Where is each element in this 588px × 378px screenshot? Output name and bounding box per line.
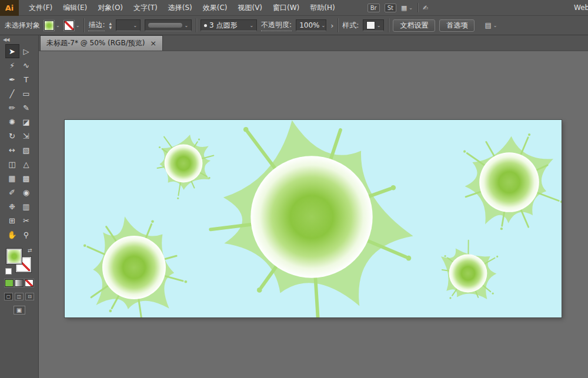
menu-edit[interactable]: 编辑(E) xyxy=(58,0,92,16)
blend-tool[interactable]: ◉ xyxy=(19,185,34,199)
stroke-weight-stepper[interactable]: ▲ ▼ xyxy=(109,22,112,29)
eraser-tool[interactable]: ◪ xyxy=(19,115,34,129)
control-bar: 未选择对象 ⌄ ⌄ 描边: ▲ ▼ ⌄ ⌄ 3 点圆形 ⌄ 不透明度: xyxy=(0,16,588,35)
artboard[interactable] xyxy=(65,120,562,317)
menu-type[interactable]: 文字(T) xyxy=(128,0,163,16)
width-profile-select[interactable]: ⌄ xyxy=(145,19,192,31)
shape-builder-tool[interactable]: ◫ xyxy=(5,157,19,171)
chevron-down-icon: ⌄ xyxy=(56,23,60,28)
slice-tool[interactable]: ✂ xyxy=(19,213,34,228)
workspace-switcher-button[interactable]: ▦ ⌄ xyxy=(401,4,413,12)
mesh-tool[interactable]: ▦ xyxy=(5,171,19,185)
swap-fill-stroke-icon[interactable]: ⇄ xyxy=(28,247,32,253)
menu-view[interactable]: 视图(V) xyxy=(232,0,268,16)
bridge-button[interactable]: Br xyxy=(368,4,380,12)
lasso-tool[interactable]: ∿ xyxy=(19,58,34,72)
virus-shape[interactable] xyxy=(158,135,214,199)
blob-brush-tool[interactable]: ✺ xyxy=(5,115,19,129)
app-logo: Ai xyxy=(0,0,19,16)
collapse-panel-button[interactable]: ◀◀ xyxy=(0,35,38,44)
illustrator-window: Ai 文件(F)编辑(E)对象(O)文字(T)选择(S)效果(C)视图(V)窗口… xyxy=(0,0,588,378)
scale-tool[interactable]: ⇲ xyxy=(19,129,34,143)
document-setup-button[interactable]: 文档设置 xyxy=(393,19,435,32)
menu-effect[interactable]: 效果(C) xyxy=(198,0,233,16)
draw-inside-button[interactable]: ⊡ xyxy=(25,293,34,300)
opacity-input[interactable]: 100% ⌄ xyxy=(296,19,326,31)
fill-indicator[interactable] xyxy=(6,249,22,264)
opacity-label[interactable]: 不透明度: xyxy=(261,20,292,31)
brush-value: 3 点圆形 xyxy=(209,21,245,31)
artwork-canvas[interactable] xyxy=(65,120,562,317)
opacity-panel-expander[interactable]: › xyxy=(330,21,333,30)
main-menu: 文件(F)编辑(E)对象(O)文字(T)选择(S)效果(C)视图(V)窗口(W)… xyxy=(24,0,340,16)
chevron-down-icon: ⌄ xyxy=(409,5,413,11)
document-tabbar: 未标题-7* @ 50% (RGB/预览) × xyxy=(39,35,588,51)
pencil-tool[interactable]: ✎ xyxy=(19,101,34,115)
pen-tool[interactable]: ✒ xyxy=(5,72,19,86)
perspective-grid-tool[interactable]: △ xyxy=(19,157,34,171)
stroke-weight-label[interactable]: 描边: xyxy=(88,20,105,31)
eyedropper-tool[interactable]: ✐ xyxy=(5,185,19,199)
style-select[interactable]: ⌄ xyxy=(363,19,384,31)
panel-menu-icon: ▤ xyxy=(485,21,491,29)
hand-tool[interactable]: ✋ xyxy=(5,228,19,242)
canvas-column: 未标题-7* @ 50% (RGB/预览) × xyxy=(39,35,588,378)
column-graph-tool[interactable]: ▥ xyxy=(19,199,34,213)
stroke-color-picker[interactable]: ⌄ xyxy=(64,21,80,31)
virus-shape[interactable] xyxy=(83,216,187,317)
menu-window[interactable]: 窗口(W) xyxy=(268,0,305,16)
default-fill-stroke-icon[interactable] xyxy=(5,268,12,275)
gradient-tool[interactable]: ▩ xyxy=(19,171,34,185)
none-button[interactable] xyxy=(25,279,34,287)
divider xyxy=(417,3,418,12)
rotate-tool[interactable]: ↻ xyxy=(5,129,19,143)
chevron-down-icon: ⌄ xyxy=(184,23,188,28)
artboard-tool[interactable]: ⊞ xyxy=(5,213,19,228)
screen-mode-button[interactable]: ▣ xyxy=(14,306,25,315)
share-icon[interactable]: ✍ xyxy=(423,4,428,12)
menu-object[interactable]: 对象(O) xyxy=(92,0,128,16)
gradient-button[interactable] xyxy=(15,279,24,287)
rectangle-tool[interactable]: ▭ xyxy=(19,86,34,101)
workspace-name[interactable]: Web xyxy=(574,4,588,12)
divider xyxy=(388,18,389,32)
free-transform-tool[interactable]: ▧ xyxy=(19,143,34,157)
direct-selection-tool[interactable]: ▷ xyxy=(19,44,34,58)
virus-shape[interactable] xyxy=(441,240,498,299)
line-segment-tool[interactable]: ╱ xyxy=(5,86,19,101)
fill-color-picker[interactable]: ⌄ xyxy=(44,21,60,31)
width-profile-preview xyxy=(148,23,182,28)
workspace-switcher-icon: ▦ xyxy=(401,4,407,12)
selection-tool[interactable]: ➤ xyxy=(5,44,19,58)
spinner-down-icon: ▼ xyxy=(109,26,112,29)
brush-select[interactable]: 3 点圆形 ⌄ xyxy=(201,19,257,31)
symbol-sprayer-tool[interactable]: ❉ xyxy=(5,199,19,213)
brush-preview-icon xyxy=(204,24,207,27)
tools-panel: ◀◀ ➤▷⚡∿✒T╱▭✏✎✺◪↻⇲↔▧◫△▦▩✐◉❉▥⊞✂✋⚲ ⇄ ▢ ◫ ⊡ … xyxy=(0,35,39,378)
menu-help[interactable]: 帮助(H) xyxy=(305,0,340,16)
menubar: Ai 文件(F)编辑(E)对象(O)文字(T)选择(S)效果(C)视图(V)窗口… xyxy=(0,0,588,16)
paintbrush-tool[interactable]: ✏ xyxy=(5,101,19,115)
menu-select[interactable]: 选择(S) xyxy=(163,0,198,16)
menu-file[interactable]: 文件(F) xyxy=(24,0,58,16)
width-tool[interactable]: ↔ xyxy=(5,143,19,157)
stock-button[interactable]: St xyxy=(385,4,396,12)
pasteboard[interactable] xyxy=(39,51,588,378)
control-panel-menu-button[interactable]: ▤ ⌄ xyxy=(485,21,497,29)
chevron-down-icon: ⌄ xyxy=(249,23,253,28)
draw-behind-button[interactable]: ◫ xyxy=(15,293,24,300)
type-tool[interactable]: T xyxy=(19,72,34,86)
virus-shape[interactable] xyxy=(211,121,413,318)
virus-shape[interactable] xyxy=(463,133,562,230)
chevron-down-icon: ⌄ xyxy=(493,23,497,28)
color-type-buttons xyxy=(5,279,34,287)
stroke-weight-select[interactable]: ⌄ xyxy=(116,19,141,31)
color-button[interactable] xyxy=(5,279,14,287)
preferences-button[interactable]: 首选项 xyxy=(439,19,475,32)
draw-normal-button[interactable]: ▢ xyxy=(4,293,13,300)
zoom-tool[interactable]: ⚲ xyxy=(19,228,34,242)
chevron-down-icon: ⌄ xyxy=(133,23,137,28)
document-tab[interactable]: 未标题-7* @ 50% (RGB/预览) × xyxy=(40,35,163,51)
close-icon[interactable]: × xyxy=(150,39,156,47)
magic-wand-tool[interactable]: ⚡ xyxy=(5,58,19,72)
